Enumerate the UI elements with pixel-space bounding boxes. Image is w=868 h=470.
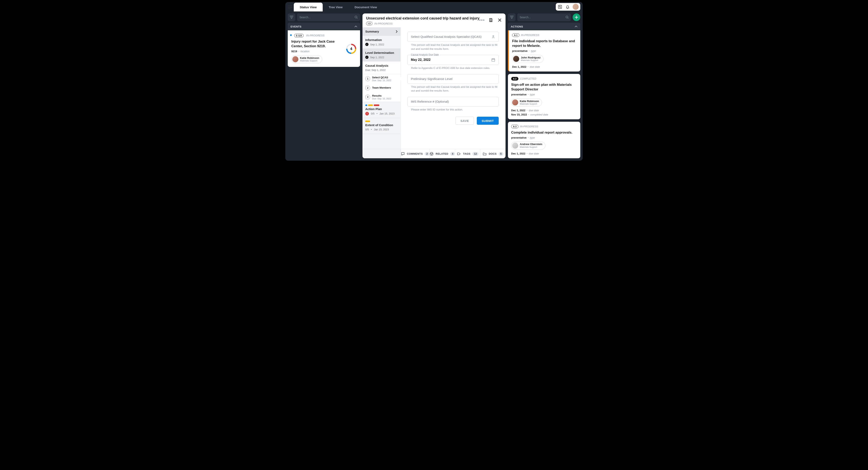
event-status: IN-PROGRESS <box>306 34 324 37</box>
step-results[interactable]: 3 ResultsDue: Sep. 15, 2022 <box>363 92 400 102</box>
step-sidebar: Summary Information ✓Sep 1, 2022 Level D… <box>363 27 401 149</box>
main-area: EVENTS E-123 IN-PROGRESS Injury report f… <box>285 11 583 161</box>
user-avatar[interactable] <box>572 4 579 10</box>
events-section-header[interactable]: EVENTS <box>288 23 360 30</box>
tab-tags[interactable]: TAGS12 <box>455 149 480 158</box>
form-area: Select Qualified Causal Analysis Special… <box>401 27 505 149</box>
svg-point-9 <box>431 153 431 154</box>
detail-bottom-tabs: COMMENTS2 RELATED4 TAGS12 DOCS5 <box>363 149 505 158</box>
step-information[interactable]: Information ✓Sep 1, 2022 <box>363 36 400 49</box>
svg-point-11 <box>431 154 432 155</box>
detail-id-chip: I-3 <box>366 22 372 25</box>
svg-point-10 <box>432 153 433 154</box>
action-id-chip: A-1 <box>512 33 519 37</box>
check-icon: ✓ <box>365 56 369 59</box>
more-icon[interactable]: ••• <box>479 18 485 23</box>
step-causal-analysis[interactable]: Causal Analysis Due: Sep 1, 2022 <box>363 61 400 74</box>
related-icon <box>430 152 434 156</box>
calendar-icon <box>491 58 495 62</box>
svg-point-12 <box>566 16 568 18</box>
detail-status: IN-PROGRESS <box>374 22 393 25</box>
action-status: COMPLETED <box>520 77 536 80</box>
error-icon: ! <box>365 112 369 116</box>
search-icon <box>565 15 569 19</box>
step-level-determination[interactable]: Level Determination ✓Sep 1, 2022 <box>363 49 400 61</box>
actions-section-header[interactable]: ACTIONS <box>508 23 580 30</box>
event-id-chip: E-123 <box>294 34 304 37</box>
ims-help: Please enter IMS ID number for this acti… <box>411 108 498 112</box>
step-summary[interactable]: Summary <box>363 27 400 36</box>
folder-icon <box>483 152 487 156</box>
qcas-select[interactable]: Select Qualified Causal Analysis Special… <box>407 32 499 42</box>
save-disk-icon[interactable] <box>488 18 494 23</box>
action-assignee-chip[interactable]: Katie RobinsonMaterials Support <box>511 98 542 106</box>
events-search-box[interactable] <box>297 13 360 21</box>
close-icon[interactable] <box>497 18 502 23</box>
action-status: IN-PROGRESS <box>520 125 538 128</box>
event-title: Injury report for Jack Case Center, Sect… <box>291 39 342 49</box>
step-extent-of-condition[interactable]: Extent of Condition 0/5•Jan 15, 2023 <box>363 118 400 133</box>
action-id-chip: A-3 <box>511 125 518 128</box>
tab-document-view[interactable]: Document View <box>349 3 383 11</box>
actions-heading: ACTIONS <box>511 25 523 28</box>
detail-header: Unsecured electrical extension cord caus… <box>363 13 505 27</box>
ims-field[interactable]: IMS Reference # (Optional) <box>407 97 499 106</box>
svg-rect-7 <box>492 59 495 61</box>
tab-tree-view[interactable]: Tree View <box>323 3 349 11</box>
tag-icon <box>457 152 461 156</box>
assignee-name: Katie Robinson <box>300 57 319 59</box>
step-team-members[interactable]: 2 Team Members <box>363 84 400 92</box>
sig-help: This person will lead the Causal Analysi… <box>411 85 498 93</box>
tab-comments[interactable]: COMMENTS2 <box>401 149 429 158</box>
date-help: Refer to Appendix C of E-PROC-006 for du… <box>411 66 498 70</box>
bell-icon[interactable] <box>565 4 570 9</box>
action-title: Complete individual report approvals. <box>511 130 577 135</box>
view-tabs: Status View Tree View Document View <box>294 3 383 11</box>
save-button[interactable]: SAVE <box>456 117 474 125</box>
gauge-value: 4 <box>346 43 357 55</box>
svg-rect-5 <box>490 20 492 22</box>
topbar-right-cluster <box>556 3 580 11</box>
events-search-input[interactable] <box>299 15 354 19</box>
action-card[interactable]: A-2COMPLETED Sign-off on action plan wit… <box>508 74 580 119</box>
action-assignee-chip[interactable]: John RodriguezMaterials Support <box>512 55 544 63</box>
svg-point-1 <box>559 6 560 7</box>
menu-toggle-icon[interactable] <box>287 5 292 10</box>
significance-field[interactable]: Preliminary Significance Level <box>407 74 499 84</box>
action-card[interactable]: A-1IN-PROGRESS File individual reports t… <box>508 30 580 71</box>
tab-status-view[interactable]: Status View <box>294 3 323 11</box>
topbar: Status View Tree View Document View <box>285 2 583 11</box>
person-icon <box>491 35 495 39</box>
actions-search-input[interactable] <box>519 15 565 19</box>
submit-button[interactable]: SUBMIT <box>477 117 499 125</box>
check-icon: ✓ <box>365 43 369 46</box>
svg-rect-0 <box>558 5 562 9</box>
app-window: Status View Tree View Document View <box>285 2 583 161</box>
filter-icon[interactable] <box>508 13 516 21</box>
step-action-plan[interactable]: Action Plan !0/5•Jan 15, 2023 <box>363 102 400 118</box>
detail-panel: Unsecured electrical extension cord caus… <box>363 13 505 158</box>
inspect-icon[interactable] <box>557 4 563 9</box>
avatar <box>513 56 519 62</box>
tab-docs[interactable]: DOCS5 <box>480 149 505 158</box>
svg-rect-4 <box>490 19 492 20</box>
filter-icon[interactable] <box>288 13 296 21</box>
events-panel: EVENTS E-123 IN-PROGRESS Injury report f… <box>288 13 360 158</box>
actions-search-box[interactable] <box>517 13 571 21</box>
svg-point-2 <box>355 16 357 18</box>
chevron-up-icon <box>575 26 578 28</box>
search-icon <box>354 15 358 19</box>
tab-related[interactable]: RELATED4 <box>429 149 455 158</box>
event-assignee-chip[interactable]: Katie Robinson Materials Support <box>291 55 322 63</box>
due-date-field[interactable]: Causal Analysis Due Date May 22, 2022 <box>407 55 499 65</box>
avatar <box>512 99 518 105</box>
comment-icon <box>401 152 405 156</box>
add-action-button[interactable] <box>572 13 580 21</box>
step-select-qcas[interactable]: 1 Select QCASDue: Sep. 15, 2022 <box>363 74 400 84</box>
action-assignee-chip[interactable]: Andrew ObersteinMaterials Support <box>511 142 545 150</box>
action-id-chip: A-2 <box>511 77 518 81</box>
avatar <box>512 143 518 149</box>
action-card[interactable]: A-3IN-PROGRESS Complete individual repor… <box>508 122 580 158</box>
event-card[interactable]: E-123 IN-PROGRESS Injury report for Jack… <box>288 30 360 67</box>
events-heading: EVENTS <box>290 25 301 28</box>
